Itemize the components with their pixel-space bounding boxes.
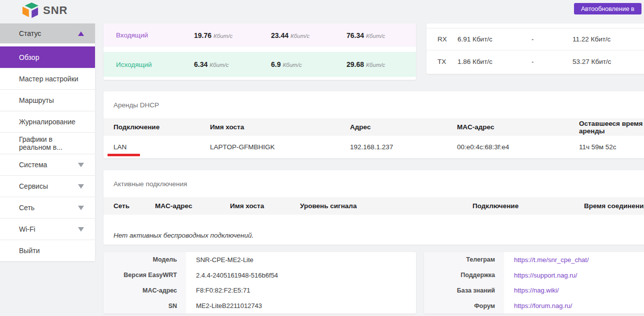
traffic-incoming-label: Входящий bbox=[116, 31, 194, 39]
traffic-value: 29.68 bbox=[346, 60, 364, 68]
dhcp-cell-address: 192.168.1.237 bbox=[350, 143, 457, 151]
conn-header-hostname: Имя хоста bbox=[230, 202, 300, 210]
dhcp-leases-card: Аренды DHCP Подключение Имя хоста Адрес … bbox=[104, 91, 644, 158]
link-label-kb: База знаний bbox=[424, 283, 504, 299]
dhcp-header-mac: MAC-адрес bbox=[457, 123, 579, 131]
conn-header-mac: MAC-адрес bbox=[155, 202, 230, 210]
device-value-firmware: 2.4.4-2405161948-516b6f54 bbox=[186, 268, 416, 283]
traffic-card: Входящий 19.76Кбит/с 23.44Кбит/с 76.34Кб… bbox=[104, 23, 416, 80]
sidebar-item-realtime-graphs-label: Графики в реальном в... bbox=[19, 135, 84, 151]
sidebar-item-overview-label: Обзор bbox=[19, 53, 39, 61]
link-label-telegram: Телеграм bbox=[424, 252, 504, 268]
device-value-model: SNR-CPE-ME2-Lite bbox=[186, 252, 416, 268]
chevron-down-icon bbox=[78, 184, 84, 189]
dhcp-header-lease-time: Оставшееся время аренды bbox=[579, 120, 644, 135]
sidebar: Статус Обзор Мастер настройки Маршруты Ж… bbox=[0, 23, 95, 261]
sidebar-group-services[interactable]: Сервисы bbox=[0, 175, 95, 197]
sidebar-item-realtime-graphs[interactable]: Графики в реальном в... bbox=[0, 132, 95, 154]
dhcp-header-connection: Подключение bbox=[114, 123, 210, 131]
sidebar-item-setup-wizard[interactable]: Мастер настройки bbox=[0, 68, 95, 89]
tx-value-3: 53.27 Кбит/с bbox=[572, 58, 644, 65]
chevron-up-icon bbox=[78, 31, 84, 36]
sidebar-item-routes[interactable]: Маршруты bbox=[0, 89, 95, 111]
traffic-row-incoming: Входящий 19.76Кбит/с 23.44Кбит/с 76.34Кб… bbox=[104, 23, 416, 47]
sidebar-item-logging[interactable]: Журналирование bbox=[0, 111, 95, 132]
sidebar-group-wifi[interactable]: Wi-Fi bbox=[0, 218, 95, 240]
chevron-down-icon bbox=[78, 163, 84, 167]
rx-row: RX 6.91 Кбит/с - 11.22 Кбит/с bbox=[426, 28, 644, 50]
dhcp-table-header: Подключение Имя хоста Адрес MAC-адрес Ос… bbox=[104, 118, 644, 136]
sidebar-group-network-label: Сеть bbox=[19, 204, 34, 212]
device-row-mac: MAC-адрес F8:F0:82:F2:E5:71 bbox=[104, 283, 416, 299]
dhcp-cell-mac: 00:e0:4c:68:3f:e4 bbox=[457, 143, 579, 151]
active-connections-card: Активные подключения Сеть MAC-адрес Имя … bbox=[104, 170, 644, 245]
sidebar-group-status[interactable]: Статус bbox=[0, 23, 95, 43]
interface-stats-card-top bbox=[426, 23, 644, 28]
sidebar-group-wifi-label: Wi-Fi bbox=[19, 225, 36, 233]
chevron-down-icon bbox=[78, 206, 84, 210]
dhcp-table-row: LAN LAPTOP-GFMBHIGK 192.168.1.237 00:e0:… bbox=[104, 136, 644, 158]
device-label-firmware: Версия EasyWRT bbox=[104, 268, 186, 283]
traffic-unit: Кбит/с bbox=[366, 33, 385, 39]
sidebar-item-setup-wizard-label: Мастер настройки bbox=[19, 75, 78, 83]
link-row-support: Поддержка https://support.nag.ru/ bbox=[424, 268, 644, 283]
traffic-value: 76.34 bbox=[346, 31, 364, 39]
support-links-card: Телеграм https://t.me/snr_cpe_chat/ Подд… bbox=[424, 252, 644, 314]
rx-label: RX bbox=[438, 35, 458, 43]
connections-card-title: Активные подключения bbox=[104, 170, 644, 197]
rx-value-2: - bbox=[532, 35, 572, 43]
link-row-telegram: Телеграм https://t.me/snr_cpe_chat/ bbox=[424, 252, 644, 268]
rx-value-3: 11.22 Кбит/с bbox=[572, 35, 644, 43]
traffic-unit: Кбит/с bbox=[366, 62, 385, 68]
connections-table-header: Сеть MAC-адрес Имя хоста Уровень сигнала… bbox=[104, 197, 644, 215]
rx-value-1: 6.91 Кбит/с bbox=[458, 35, 532, 43]
sidebar-item-overview[interactable]: Обзор bbox=[0, 46, 95, 68]
chevron-down-icon bbox=[78, 227, 84, 232]
tx-value-1: 1.86 Кбит/с bbox=[458, 58, 532, 65]
conn-header-uptime: Время соединения bbox=[584, 202, 644, 210]
forum-link[interactable]: https://forum.nag.ru/ bbox=[514, 302, 572, 310]
device-row-model: Модель SNR-CPE-ME2-Lite bbox=[104, 252, 416, 268]
device-label-mac: MAC-адрес bbox=[104, 283, 186, 299]
dhcp-card-title: Аренды DHCP bbox=[104, 91, 644, 118]
sidebar-group-system[interactable]: Система bbox=[0, 154, 95, 175]
traffic-value: 19.76 bbox=[194, 31, 212, 39]
traffic-row-outgoing: Исходящий 6.34Кбит/с 6.9Кбит/с 29.68Кбит… bbox=[104, 52, 416, 77]
telegram-link[interactable]: https://t.me/snr_cpe_chat/ bbox=[514, 256, 589, 264]
traffic-value: 6.9 bbox=[271, 60, 280, 68]
device-label-model: Модель bbox=[104, 252, 186, 268]
sidebar-group-system-label: Система bbox=[19, 161, 47, 169]
interface-stats-card: RX 6.91 Кбит/с - 11.22 Кбит/с TX 1.86 Кб… bbox=[426, 23, 644, 74]
traffic-outgoing-label: Исходящий bbox=[116, 61, 194, 68]
device-row-sn: SN ME2-LiteB2211012743 bbox=[104, 298, 416, 314]
sidebar-item-logout[interactable]: Выйти bbox=[0, 240, 95, 261]
dhcp-cell-hostname: LAPTOP-GFMBHIGK bbox=[210, 143, 350, 151]
traffic-unit: Кбит/с bbox=[282, 62, 302, 68]
device-value-sn: ME2-LiteB2211012743 bbox=[186, 298, 416, 314]
conn-header-signal: Уровень сигнала bbox=[300, 202, 472, 210]
snr-logo-icon bbox=[22, 2, 38, 18]
device-row-firmware: Версия EasyWRT 2.4.4-2405161948-516b6f54 bbox=[104, 268, 416, 283]
sidebar-group-status-label: Статус bbox=[19, 29, 41, 37]
snr-logo: SNR bbox=[22, 2, 68, 18]
lan-annotation-underline bbox=[108, 154, 140, 156]
conn-header-network: Сеть bbox=[114, 202, 155, 210]
knowledge-base-link[interactable]: https://nag.wiki/ bbox=[514, 287, 559, 294]
connections-empty-message: Нет активных беспроводных подключений. bbox=[104, 215, 644, 239]
traffic-value: 6.34 bbox=[194, 60, 208, 68]
device-info-card: Модель SNR-CPE-ME2-Lite Версия EasyWRT 2… bbox=[104, 252, 416, 314]
dhcp-cell-lease: 11ч 59м 52с bbox=[579, 143, 644, 151]
sidebar-group-network[interactable]: Сеть bbox=[0, 197, 95, 218]
traffic-unit: Кбит/с bbox=[214, 33, 232, 39]
sidebar-item-logout-label: Выйти bbox=[19, 247, 40, 255]
dhcp-cell-connection: LAN bbox=[114, 143, 210, 151]
tx-row: TX 1.86 Кбит/с - 53.27 Кбит/с bbox=[426, 50, 644, 72]
device-label-sn: SN bbox=[104, 298, 186, 314]
traffic-unit: Кбит/с bbox=[210, 62, 228, 68]
sidebar-item-logging-label: Журналирование bbox=[19, 118, 76, 126]
link-row-kb: База знаний https://nag.wiki/ bbox=[424, 283, 644, 299]
link-label-support: Поддержка bbox=[424, 268, 504, 283]
support-link[interactable]: https://support.nag.ru/ bbox=[514, 272, 577, 279]
autoupdate-button[interactable]: Автообновление в bbox=[574, 3, 642, 14]
link-row-forum: Форум https://forum.nag.ru/ bbox=[424, 298, 644, 314]
